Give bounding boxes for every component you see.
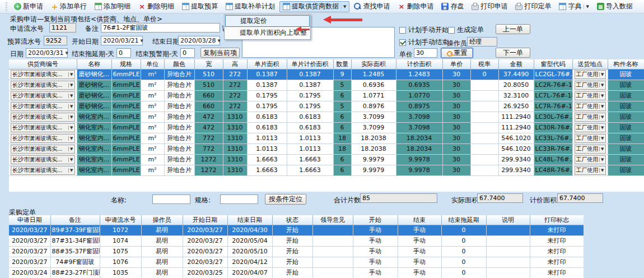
table-row[interactable]: 2020/03/2774#9F窗固玻1076易明2020/03/272020/0… [9, 257, 584, 267]
supplier-combo[interactable]: 长沙市潇湘玻璃实...▼ [11, 166, 75, 175]
supplier-combo[interactable]: 长沙市潇湘玻璃实...▼ [11, 123, 75, 132]
supplier-combo[interactable]: 长沙市潇湘玻璃实...▼ [11, 155, 75, 164]
unit-price-field[interactable] [414, 48, 437, 58]
table-row[interactable]: 长沙市潇湘玻璃实...▼磨砂钢化...6mmPLE...m²异地合片510272… [9, 69, 644, 80]
table-row[interactable]: 长沙市潇湘玻璃实...▼钢化室内...6mmPLE...m²异地合片127213… [9, 154, 644, 165]
items-cell: 长沙市潇湘玻璃实...▼ [9, 165, 77, 175]
delivery-location-combo[interactable]: 工厂使用▼ [575, 102, 606, 111]
delivery-location-combo[interactable]: 工厂使用▼ [575, 145, 606, 154]
supplier-combo[interactable]: 长沙市潇湘玻璃实...▼ [11, 81, 75, 90]
items-header-cell: 实际面积 [351, 59, 396, 69]
chevron-down-icon[interactable]: ▼ [341, 4, 346, 9]
toolbar-delete-request-button[interactable]: ×删除申请 [394, 1, 437, 12]
end-delay-field[interactable] [116, 48, 131, 58]
chevron-down-icon[interactable]: ▼ [68, 104, 74, 109]
supplier-combo[interactable]: 长沙市潇湘玻璃实...▼ [11, 145, 75, 154]
toolbar-print-order-button[interactable]: 打印定单 [512, 1, 554, 12]
menu-item-extract-pricing[interactable]: 提取定价 [225, 15, 310, 27]
end-date-select[interactable]: 2020/03/28▼ [178, 36, 220, 45]
combo-value: 长沙市潇湘玻璃实... [11, 166, 68, 174]
locate-by-condition-button[interactable]: 按条件定位 [265, 194, 306, 205]
delivery-location-combo[interactable]: 工厂使用▼ [575, 166, 606, 175]
toolbar-add-row-button[interactable]: +添加单行 [48, 1, 90, 12]
chevron-down-icon[interactable]: ▼ [584, 4, 589, 9]
table-row[interactable]: 长沙市潇湘玻璃实...▼钢化室内...6mmPLE...m²异地合片772131… [9, 143, 644, 154]
plan-manual-start-checkbox[interactable]: 计划手动开始 [399, 25, 449, 35]
table-row[interactable]: 长沙市潇湘玻璃实...▼磨砂钢化...6mmPLE...m²异地合片660272… [9, 90, 644, 101]
chevron-down-icon[interactable]: ▼ [599, 104, 605, 109]
toolbar-print-request-button[interactable]: 打印申请 [468, 1, 511, 12]
toolbar-save-button[interactable]: 存盘 [438, 1, 467, 12]
table-row[interactable]: 长沙市潇湘玻璃实...▼磨砂钢化...6mmPLE...m²异地合片660272… [9, 101, 644, 112]
toolbar-extract-budget-button[interactable]: 提取预算 [179, 1, 221, 12]
delivery-location-combo[interactable]: 工厂使用▼ [575, 81, 606, 90]
operator-field[interactable] [467, 37, 497, 47]
chevron-down-icon[interactable]: ▼ [68, 168, 74, 173]
generate-order-checkbox[interactable]: 生成定单 [448, 25, 484, 35]
next-order-button[interactable]: 下一单 [496, 48, 530, 58]
toolbar-dictionary-button[interactable]: 字典▼ [556, 1, 592, 12]
prev-order-button[interactable]: 上一单 [496, 24, 530, 34]
table-row[interactable]: 长沙市潇湘玻璃实...▼钢化室内...6mmPLE...m²异地合片127213… [9, 165, 644, 175]
supplier-combo[interactable]: 长沙市潇湘玻璃实...▼ [11, 91, 75, 100]
orders-cell: 易明 [141, 267, 183, 278]
orders-cell: 未打印 [530, 257, 584, 267]
start-date-select[interactable]: 2020/03/21▼ [101, 36, 143, 45]
supplier-combo[interactable]: 长沙市潇湘玻璃实...▼ [11, 134, 75, 143]
chevron-down-icon[interactable]: ▼ [599, 126, 605, 130]
chevron-down-icon[interactable]: ▼ [68, 136, 74, 141]
spec-filter-input[interactable] [220, 194, 258, 204]
date-select[interactable]: 2020/03/31▼ [26, 48, 68, 58]
chevron-down-icon[interactable]: ▼ [599, 157, 605, 162]
table-row[interactable]: 2020/03/2787#31-34F窗固玻1074易明2020/03/2720… [9, 235, 584, 246]
chevron-down-icon[interactable]: ▼ [599, 147, 605, 151]
items-cell: 3.7098 [396, 122, 442, 133]
table-row[interactable]: 2020/03/2789#37-39F窗固玻1072易明2020/03/2720… [9, 225, 584, 235]
supplier-combo[interactable]: 长沙市潇湘玻璃实...▼ [11, 113, 75, 122]
reset-button[interactable]: 重置 [441, 48, 473, 58]
table-row[interactable]: 长沙市潇湘玻璃实...▼磨砂钢化...6mmPLE...m²异地合片510272… [9, 80, 644, 90]
chevron-down-icon[interactable]: ▼ [599, 83, 605, 87]
copy-current-button[interactable]: 复制当前项 [200, 48, 240, 58]
toolbar-extract-supplier-data-button[interactable]: 提取供货商数据▼ [279, 1, 349, 12]
chevron-down-icon[interactable]: ▼ [599, 136, 605, 141]
request-serial-field[interactable] [49, 23, 76, 33]
chevron-down-icon[interactable]: ▼ [68, 147, 74, 151]
plan-manual-end-checkbox[interactable]: 计划手动结束 [399, 38, 449, 47]
name-filter-input[interactable] [152, 194, 190, 204]
supplier-combo[interactable]: 长沙市潇湘玻璃实...▼ [11, 102, 75, 111]
table-row[interactable]: 2020/03/2488#23-27F门顶玻1035易明2020/03/2520… [9, 267, 584, 278]
items-cell: 异地合片 [164, 112, 194, 122]
toolbar-delete-detail-button[interactable]: ×删除明细 [135, 1, 178, 12]
chevron-down-icon[interactable]: ▼ [68, 157, 74, 162]
toolbar-find-request-button[interactable]: 查找申请 [351, 1, 393, 12]
toolbar-new-request-button[interactable]: +新申请 [11, 1, 46, 12]
table-row[interactable]: 长沙市潇湘玻璃实...▼钢化室内...6mmPLE...m²异地合片472131… [9, 112, 644, 122]
delivery-location-combo[interactable]: 工厂使用▼ [575, 134, 606, 143]
table-row[interactable]: 长沙市潇湘玻璃实...▼钢化室内...6mmPLE...m²异地合片472131… [9, 122, 644, 133]
combo-value: 工厂使用 [575, 156, 600, 164]
end-warning-field[interactable] [180, 48, 195, 58]
delivery-location-combo[interactable]: 工厂使用▼ [575, 113, 606, 122]
table-row[interactable]: 2020/03/2788#35-37F窗固玻1075易明2020/03/2720… [9, 246, 584, 257]
budget-serial-field[interactable] [44, 36, 67, 45]
chevron-down-icon[interactable]: ▼ [68, 126, 74, 130]
delivery-location-combo[interactable]: 工厂使用▼ [575, 155, 606, 164]
delivery-location-combo[interactable]: 工厂使用▼ [575, 123, 606, 132]
chevron-down-icon[interactable]: ▼ [599, 72, 605, 77]
toolbar-extract-supplement-plan-button[interactable]: 提取补单计划 [222, 1, 278, 12]
chevron-down-icon[interactable]: ▼ [599, 115, 605, 119]
toolbar-import-data-button[interactable]: ▦导入数据 [594, 1, 636, 12]
chevron-down-icon[interactable]: ▼ [68, 72, 74, 77]
table-row[interactable]: 长沙市潇湘玻璃实...▼钢化室内...6mmPLE...m²异地合片772131… [9, 133, 644, 143]
remark-field[interactable] [101, 23, 220, 33]
chevron-down-icon[interactable]: ▼ [599, 168, 605, 173]
delivery-location-combo[interactable]: 工厂使用▼ [575, 91, 606, 100]
supplier-combo[interactable]: 长沙市潇湘玻璃实...▼ [11, 70, 75, 79]
chevron-down-icon[interactable]: ▼ [68, 83, 74, 87]
chevron-down-icon[interactable]: ▼ [68, 94, 74, 98]
chevron-down-icon[interactable]: ▼ [68, 115, 74, 119]
chevron-down-icon[interactable]: ▼ [599, 94, 605, 98]
delivery-location-combo[interactable]: 工厂使用▼ [575, 70, 606, 79]
toolbar-add-detail-button[interactable]: 添加明细 [91, 1, 134, 12]
